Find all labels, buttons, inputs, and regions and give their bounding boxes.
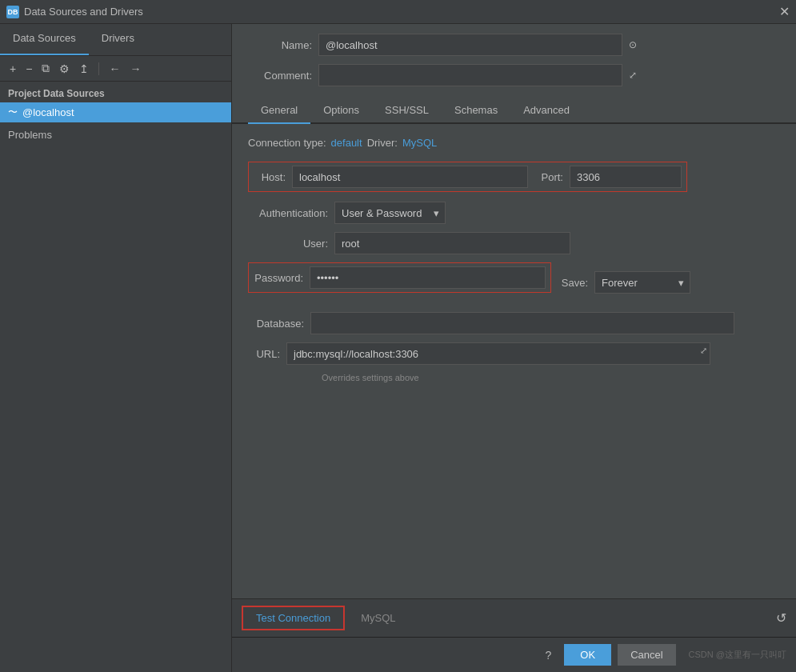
save-select[interactable]: Forever Until restart Never — [594, 271, 690, 294]
bottom-right-bar: ? OK Cancel CSDN @这里有一只叫叮 — [232, 637, 796, 672]
tab-schemas[interactable]: Schemas — [442, 98, 510, 124]
comment-expand-icon[interactable]: ⤢ — [629, 70, 637, 81]
host-port-group: Host: Port: — [248, 162, 687, 192]
app-icon: DB — [6, 6, 19, 18]
test-connection-button[interactable]: Test Connection — [242, 606, 344, 630]
database-row: Database: — [248, 312, 780, 334]
auth-select-wrapper: User & Password No auth LDAP Kerberos — [334, 202, 446, 224]
connection-type-row: Connection type: default Driver: MySQL — [248, 137, 780, 149]
add-button[interactable]: + — [6, 61, 19, 77]
password-input[interactable] — [310, 266, 546, 289]
url-row: URL: ⤢ — [248, 342, 780, 365]
password-label: Password: — [254, 272, 303, 284]
name-expand-icon[interactable]: ⊙ — [629, 39, 637, 50]
name-label: Name: — [248, 39, 312, 51]
bottom-bar: Test Connection MySQL ↺ — [232, 598, 796, 637]
comment-input[interactable] — [318, 64, 622, 86]
connection-type-label: Connection type: — [248, 137, 326, 149]
save-label: Save: — [558, 277, 588, 289]
close-button[interactable]: ✕ — [779, 6, 790, 18]
save-select-wrapper: Forever Until restart Never — [594, 271, 690, 294]
connection-type-value[interactable]: default — [331, 137, 362, 149]
test-connection-border: Test Connection — [242, 606, 345, 630]
window-title: Data Sources and Drivers — [24, 6, 143, 18]
database-label: Database: — [248, 318, 304, 330]
overrides-text: Overrides settings above — [322, 373, 780, 382]
host-input[interactable] — [292, 166, 528, 188]
tab-general[interactable]: General — [248, 98, 310, 124]
host-label: Host: — [254, 171, 286, 183]
url-input-wrapper: ⤢ — [286, 342, 710, 365]
comment-label: Comment: — [248, 70, 312, 82]
toolbar: + − ⧉ ⚙ ↥ ← → — [0, 56, 231, 82]
name-row: Name: ⊙ — [248, 34, 780, 56]
tab-data-sources[interactable]: Data Sources — [0, 24, 89, 55]
password-save-group: Password: Save: Forever Until restart Ne… — [248, 262, 780, 302]
full-bottom: Test Connection MySQL ↺ ? OK Cancel CSDN… — [232, 598, 796, 672]
auth-select[interactable]: User & Password No auth LDAP Kerberos — [334, 202, 446, 224]
project-data-sources-header: Project Data Sources — [0, 82, 231, 102]
nav-forward-button[interactable]: → — [126, 61, 144, 77]
left-panel: Data Sources Drivers + − ⧉ ⚙ ↥ ← → Proje… — [0, 24, 232, 672]
name-input[interactable] — [318, 34, 622, 56]
nav-back-button[interactable]: ← — [106, 61, 123, 77]
toolbar-divider — [98, 62, 99, 75]
content-area: Connection type: default Driver: MySQL H… — [232, 124, 796, 598]
url-label: URL: — [248, 348, 280, 360]
url-input[interactable] — [286, 342, 710, 365]
port-label: Port: — [534, 171, 563, 183]
problems-label: Problems — [8, 129, 52, 141]
undo-button[interactable]: ↺ — [776, 610, 786, 626]
list-item-localhost[interactable]: 〜 @localhost — [0, 102, 231, 122]
right-tabs: General Options SSH/SSL Schemas Advanced — [232, 98, 796, 124]
ok-button[interactable]: OK — [564, 644, 611, 666]
cancel-button[interactable]: Cancel — [618, 644, 675, 666]
url-expand-icon[interactable]: ⤢ — [700, 346, 707, 356]
tab-ssh-ssl[interactable]: SSH/SSL — [372, 98, 442, 124]
title-bar-left: DB Data Sources and Drivers — [6, 6, 143, 18]
item-label-localhost: @localhost — [22, 106, 74, 118]
tab-advanced[interactable]: Advanced — [510, 98, 582, 124]
user-label: User: — [248, 238, 328, 250]
left-panel-bottom: Problems — [0, 122, 231, 672]
export-button[interactable]: ↥ — [76, 61, 92, 77]
watermark-text: CSDN @这里有一只叫叮 — [689, 649, 786, 661]
left-tabs: Data Sources Drivers — [0, 24, 231, 56]
problems-item[interactable]: Problems — [0, 122, 231, 147]
auth-label: Authentication: — [248, 207, 328, 219]
database-input[interactable] — [310, 312, 734, 334]
password-group: Password: — [248, 262, 551, 293]
main-container: Data Sources Drivers + − ⧉ ⚙ ↥ ← → Proje… — [0, 24, 796, 672]
remove-button[interactable]: − — [22, 61, 35, 77]
db-icon: 〜 — [8, 106, 18, 119]
mysql-tab[interactable]: MySQL — [351, 607, 405, 629]
user-input[interactable] — [334, 232, 570, 254]
copy-button[interactable]: ⧉ — [38, 60, 53, 77]
tab-options[interactable]: Options — [310, 98, 372, 124]
auth-row: Authentication: User & Password No auth … — [248, 202, 780, 224]
comment-row: Comment: ⤢ — [248, 64, 780, 86]
driver-value[interactable]: MySQL — [402, 137, 437, 149]
settings-button[interactable]: ⚙ — [56, 61, 73, 77]
title-bar: DB Data Sources and Drivers ✕ — [0, 0, 796, 24]
help-button[interactable]: ? — [539, 646, 558, 665]
driver-label: Driver: — [367, 137, 398, 149]
port-input[interactable] — [570, 166, 682, 188]
tab-drivers[interactable]: Drivers — [89, 24, 147, 55]
form-section: Name: ⊙ Comment: ⤢ — [232, 24, 796, 94]
right-panel: Name: ⊙ Comment: ⤢ General Options SSH/S… — [232, 24, 796, 672]
user-row: User: — [248, 232, 780, 254]
